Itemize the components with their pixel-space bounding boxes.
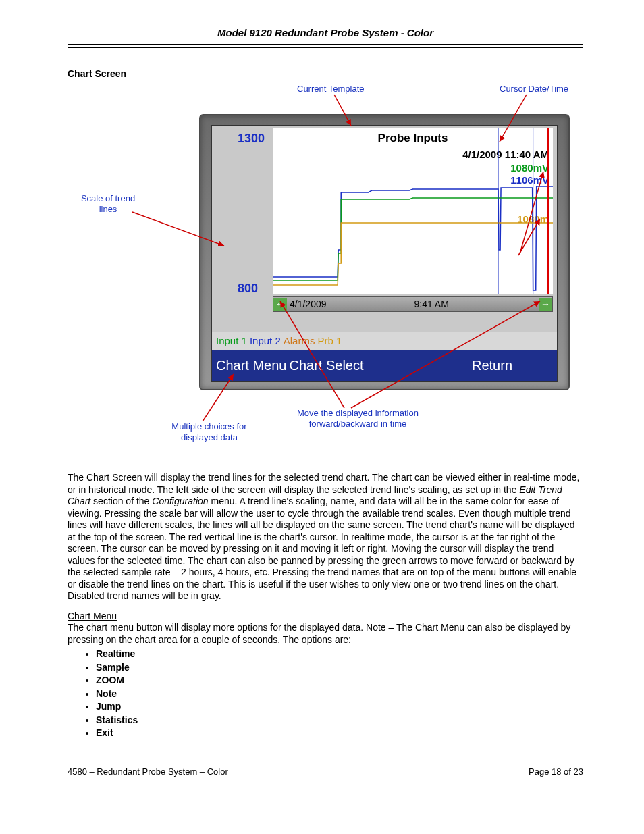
footer-left: 4580 – Redundant Probe System – Color — [68, 766, 228, 777]
device-screen: 1300 800 Probe Inputs 4/1/2009 11:40 AM … — [211, 125, 558, 382]
chart-area[interactable]: Probe Inputs 4/1/2009 11:40 AM 1080mV 11… — [273, 128, 553, 294]
callout-move-time: Move the displayed informationforward/ba… — [270, 408, 446, 429]
section-title: Chart Screen — [68, 68, 583, 80]
chart-panel: 1300 800 Probe Inputs 4/1/2009 11:40 AM … — [212, 126, 557, 332]
scale-min[interactable]: 800 — [238, 281, 258, 296]
chart-menu-button[interactable]: Chart Menu — [216, 357, 287, 374]
header-rule — [68, 44, 583, 48]
menu-bar: Chart Menu Chart Select Return — [212, 350, 557, 381]
time-end: 9:41 AM — [414, 298, 539, 311]
paragraph-1: The Chart Screen will display the trend … — [68, 472, 583, 602]
footer-page: Page 18 of 23 — [529, 766, 583, 777]
chart-cursor[interactable] — [547, 128, 549, 294]
legend-prb1[interactable]: Prb 1 — [317, 335, 344, 348]
opt-exit: Exit — [96, 727, 583, 739]
callout-multiple-choices: Multiple choices fordisplayed data — [155, 421, 263, 442]
callout-scale: Scale of trendlines — [68, 193, 149, 214]
pan-right-button[interactable]: → — [539, 298, 552, 311]
time-start: 4/1/2009 — [290, 298, 414, 311]
trend-lines — [273, 128, 553, 294]
chart-menu-options: Realtime Sample ZOOM Note Jump Statistic… — [96, 648, 583, 739]
callout-current-template: Current Template — [297, 84, 364, 95]
body-text: The Chart Screen will display the trend … — [68, 472, 583, 739]
page-footer: 4580 – Redundant Probe System – Color Pa… — [68, 766, 583, 777]
annotated-figure: Current Template Cursor Date/Time Scale … — [68, 84, 583, 465]
opt-realtime: Realtime — [96, 648, 583, 660]
opt-zoom: ZOOM — [96, 675, 583, 687]
scale-max[interactable]: 1300 — [238, 131, 265, 147]
chart-select-button[interactable]: Chart Select — [290, 357, 364, 374]
callout-cursor-datetime: Cursor Date/Time — [500, 84, 568, 95]
page-header-title: Model 9120 Redundant Probe System - Colo… — [68, 27, 583, 44]
legend-alarms[interactable]: Alarms — [284, 335, 318, 348]
return-button[interactable]: Return — [472, 357, 512, 374]
legend-input2[interactable]: Input 2 — [250, 335, 284, 348]
opt-statistics: Statistics — [96, 714, 583, 727]
legend-input1[interactable]: Input 1 — [216, 335, 250, 348]
opt-sample: Sample — [96, 662, 583, 674]
chart-menu-heading: Chart Menu — [68, 610, 117, 621]
device-frame: 1300 800 Probe Inputs 4/1/2009 11:40 AM … — [199, 114, 570, 390]
chart-menu-heading-block: Chart Menu The chart menu button will di… — [68, 610, 583, 646]
opt-note: Note — [96, 688, 583, 700]
time-bar: ← 4/1/2009 9:41 AM → — [273, 296, 553, 312]
opt-jump: Jump — [96, 701, 583, 713]
legend-bar: Input 1 Input 2 Alarms Prb 1 — [212, 332, 557, 350]
pan-left-button[interactable]: ← — [273, 298, 287, 311]
